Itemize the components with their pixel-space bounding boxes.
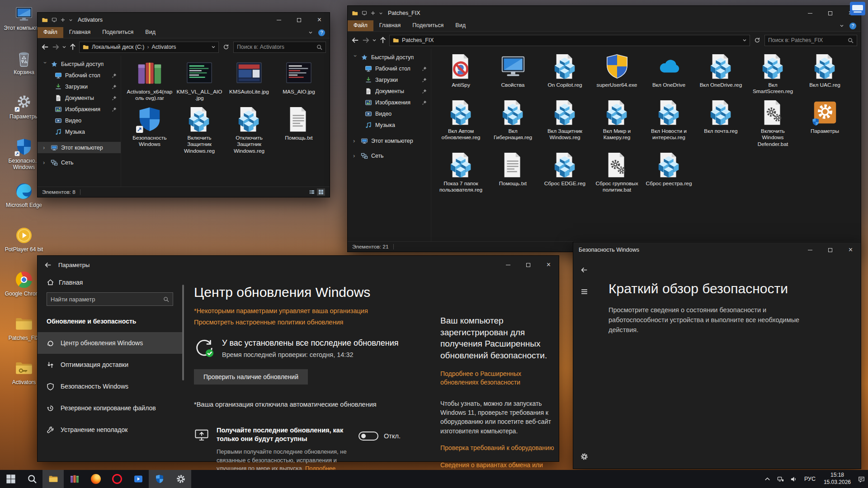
action-center-icon[interactable]	[855, 470, 868, 488]
file-tile[interactable]: Сброс реестра.reg	[644, 151, 694, 193]
refresh-icon[interactable]	[221, 42, 231, 52]
address-dropdown-icon[interactable]	[742, 38, 747, 42]
file-tile[interactable]: MAS_AIO.jpg	[275, 59, 323, 102]
minimize-button[interactable]	[269, 13, 289, 27]
file-tile[interactable]: KMSAutoLite.jpg	[225, 59, 273, 102]
menu-tab[interactable]: Файл	[348, 20, 373, 31]
file-tile[interactable]: Вкл OneDrive	[644, 52, 694, 95]
file-tile[interactable]: Вкл Гибернация.reg	[488, 99, 538, 147]
up-icon[interactable]	[69, 43, 77, 51]
sidebar-item[interactable]: Загрузки	[348, 74, 431, 85]
settings-nav-item[interactable]: Устранение неполадок	[38, 419, 182, 441]
address-dropdown-icon[interactable]	[211, 45, 216, 49]
back-icon[interactable]	[38, 256, 58, 274]
forward-icon[interactable]	[52, 43, 60, 51]
settings-nav-item[interactable]: Безопасность Windows	[38, 375, 182, 397]
help-icon[interactable]: ?	[318, 29, 325, 36]
check-updates-button[interactable]: Проверить наличие обновлений	[194, 369, 308, 385]
tray-volume-icon[interactable]	[787, 470, 800, 488]
sidebar-item[interactable]: Документы	[348, 85, 431, 97]
qat-chevron-icon[interactable]	[379, 11, 383, 15]
search-icon[interactable]	[316, 44, 322, 50]
view-list-icon[interactable]	[308, 188, 316, 196]
taskbar-start-button[interactable]	[0, 470, 21, 488]
breadcrumb-item[interactable]: Локальный диск (C:)	[92, 44, 144, 50]
file-tile[interactable]: Свойства	[488, 52, 538, 95]
titlebar[interactable]: Параметры ×	[38, 256, 559, 274]
sidebar-item[interactable]: Изображения	[348, 97, 431, 108]
menu-icon[interactable]	[579, 286, 589, 296]
taskbar-winrar-button[interactable]	[64, 470, 85, 488]
ribbon-collapse-icon[interactable]	[308, 30, 313, 35]
settings-nav-item[interactable]: Центр обновления Windows	[38, 332, 182, 354]
file-tile[interactable]: Вкл Микр и Камеру.reg	[592, 99, 642, 147]
sidebar-item[interactable]: Рабочий стол	[348, 63, 431, 74]
recent-locations-icon[interactable]	[62, 43, 66, 51]
close-button[interactable]: ×	[840, 242, 861, 258]
sidebar-item[interactable]: Музыка	[38, 126, 121, 137]
address-bar[interactable]: Patches_FIX	[389, 35, 750, 46]
tray-network-icon[interactable]	[774, 470, 787, 488]
file-tile[interactable]: Вкл Автом обновление.reg	[436, 99, 486, 147]
file-tile[interactable]: On Copilot.reg	[540, 52, 590, 95]
exchange-options-link[interactable]: Сведения о вариантах обмена или	[440, 461, 543, 469]
maximize-button[interactable]	[289, 13, 309, 27]
file-tile[interactable]: Вкл OneDrive.reg	[696, 52, 746, 95]
back-icon[interactable]	[579, 265, 589, 275]
file-tile[interactable]: Включить Windows Defender.bat	[748, 99, 798, 147]
esu-link[interactable]: Подробнее о Расширенных обновлениях безо…	[440, 370, 521, 386]
file-tile[interactable]: Показ 7 папок пользователя.reg	[436, 151, 486, 193]
corner-shortcut-icon[interactable]	[850, 2, 865, 15]
policies-link[interactable]: Просмотреть настроенные политики обновле…	[194, 319, 343, 326]
sidebar-item[interactable]: Видео	[38, 115, 121, 126]
sidebar-network[interactable]: › Сеть	[348, 150, 431, 161]
search-input[interactable]	[768, 37, 846, 43]
qat-newfolder-icon[interactable]	[370, 10, 376, 16]
menu-tab[interactable]: Вид	[139, 27, 161, 38]
menu-tab[interactable]: Главная	[63, 27, 97, 38]
sidebar-item[interactable]: Музыка	[348, 119, 431, 131]
search-input[interactable]	[237, 44, 315, 50]
hardware-check-link[interactable]: Проверка требований к оборудованию	[440, 444, 554, 451]
menu-tab[interactable]: Поделиться	[406, 20, 449, 31]
sidebar-this-pc[interactable]: › Этот компьютер	[38, 142, 121, 153]
file-tile[interactable]: Помощь.txt	[275, 105, 323, 154]
settings-gear-icon[interactable]	[579, 451, 589, 461]
settings-nav-item[interactable]: Резервное копирование файлов	[38, 397, 182, 419]
file-tile[interactable]: Вкл SmartScreen.reg	[748, 52, 798, 95]
sidebar-item[interactable]: Изображения	[38, 103, 121, 115]
file-tile[interactable]: Вкл Защитник Windows.reg	[540, 99, 590, 147]
taskbar-windows-security-button[interactable]	[149, 470, 170, 488]
file-tile[interactable]: superUser64.exe	[592, 52, 642, 95]
recent-locations-icon[interactable]	[372, 36, 377, 44]
forward-icon[interactable]	[362, 36, 370, 44]
settings-nav-item[interactable]: Оптимизация доставки	[38, 354, 182, 375]
menu-tab[interactable]: Вид	[449, 20, 472, 31]
sidebar-item[interactable]: Загрузки	[38, 81, 121, 92]
refresh-icon[interactable]	[752, 35, 762, 45]
file-tile[interactable]: Activators_x64(пароль ovg).rar	[126, 59, 174, 102]
sidebar-this-pc[interactable]: › Этот компьютер	[348, 135, 431, 146]
file-tile[interactable]: Отключить Защитник Windows.reg	[225, 105, 273, 154]
maximize-button[interactable]	[820, 6, 840, 20]
taskbar-potplayer-button[interactable]	[127, 470, 149, 488]
qat-properties-icon[interactable]	[52, 17, 57, 23]
menu-tab[interactable]: Файл	[38, 27, 63, 38]
address-bar[interactable]: Локальный диск (C:)› Activators	[79, 42, 219, 53]
back-icon[interactable]	[351, 36, 359, 44]
ribbon-collapse-icon[interactable]	[840, 23, 844, 28]
taskbar-browser-opera-button[interactable]	[106, 470, 127, 488]
sidebar-item[interactable]: Рабочий стол	[38, 70, 121, 81]
qat-newfolder-icon[interactable]	[60, 17, 66, 23]
settings-search-input[interactable]	[51, 296, 160, 303]
file-tile[interactable]: Вкл UAC.reg	[800, 52, 850, 95]
file-tile[interactable]: KMS_VL_ALL_AIO.jpg	[175, 59, 223, 102]
qat-properties-icon[interactable]	[362, 10, 367, 16]
qat-chevron-icon[interactable]	[69, 18, 73, 22]
sidebar-item[interactable]: Видео	[348, 108, 431, 119]
taskbar-file-explorer-button[interactable]	[42, 470, 64, 488]
menu-tab[interactable]: Главная	[373, 20, 407, 31]
file-tile[interactable]: Сброс EDGE.reg	[540, 151, 590, 193]
file-tile[interactable]: Безопасность Windows	[126, 105, 174, 154]
sidebar-network[interactable]: › Сеть	[38, 157, 121, 168]
